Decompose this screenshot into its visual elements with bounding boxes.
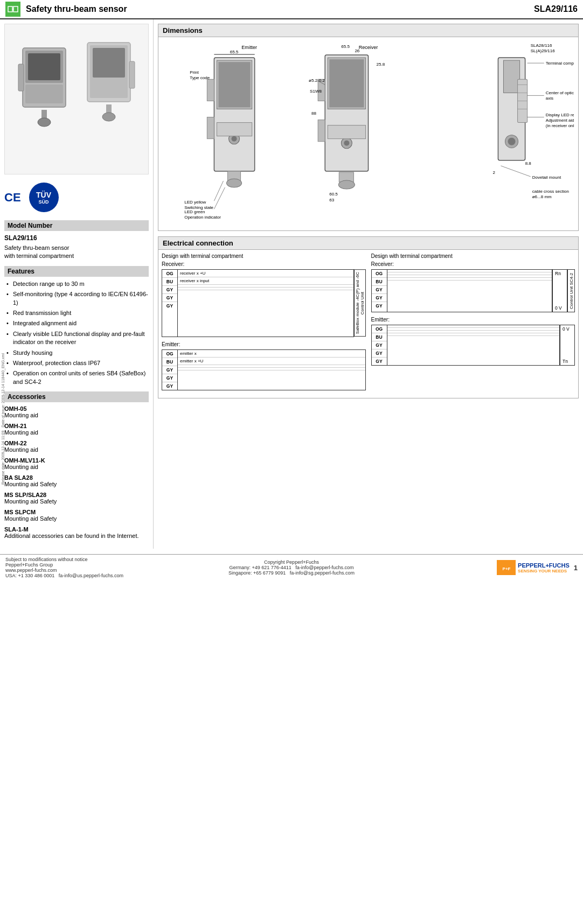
accessory-desc: Additional accessories can be found in t… <box>4 533 149 539</box>
singapore-info: Singapore: +65 6779 9091 fa-info@sg.pepp… <box>196 570 387 576</box>
svg-text:Switching state: Switching state <box>184 205 213 210</box>
brand-name: PEPPERL+FUCHS <box>518 562 570 569</box>
svg-rect-1 <box>13 6 18 12</box>
ctrl-label-right: Control Unit SC4-2 <box>567 269 575 312</box>
pin-gy1: GY <box>372 341 387 349</box>
emitter-signals-right <box>387 325 560 366</box>
emitter-pins: OG BU GY GY GY <box>162 349 178 390</box>
svg-point-33 <box>226 179 241 187</box>
right-panel: Dimensions Emitter Receiver SLA28/116 SL… <box>154 19 583 549</box>
svg-rect-8 <box>25 85 63 103</box>
svg-point-47 <box>344 141 349 146</box>
svg-rect-31 <box>207 117 214 139</box>
accessory-omhmlv11k: OMH-MLV11-K Mounting aid <box>4 457 149 470</box>
svg-text:60.5: 60.5 <box>329 192 338 197</box>
dimensions-section: Dimensions Emitter Receiver SLA28/116 SL… <box>158 24 579 231</box>
feature-item: Detection range up to 30 m <box>6 280 149 288</box>
ce-mark: CE <box>4 191 21 205</box>
features-header: Features <box>4 266 149 277</box>
page-number: 1 <box>574 564 578 572</box>
svg-point-10 <box>38 118 51 127</box>
pin-bu: BU <box>162 278 177 286</box>
electrical-main: Design with terminal compartment Receive… <box>158 250 578 397</box>
right-title: Design with terminal compartment <box>371 253 575 259</box>
feature-item: Operation on control units of series SB4… <box>6 369 149 386</box>
emitter-label-right: Emitter: <box>371 317 575 323</box>
svg-text:Terminal compartment: Terminal compartment <box>546 61 574 66</box>
svg-text:cable cross section: cable cross section <box>532 189 569 194</box>
accessory-desc: Mounting aid <box>4 412 149 418</box>
svg-text:axis: axis <box>546 96 553 101</box>
subject-notice: Subject to modifications without notice <box>5 557 196 562</box>
emitter-pins-right: OG BU GY GY GY <box>371 325 387 366</box>
accessory-desc: Mounting aid Safety <box>4 515 149 522</box>
signal-row: emitter x +U <box>178 358 365 365</box>
accessory-msslpcm: MS SLPCM Mounting aid Safety <box>4 509 149 522</box>
svg-rect-50 <box>318 120 325 142</box>
svg-text:LED green: LED green <box>184 209 205 214</box>
pepperl-logo: P+F PEPPERL+FUCHS SENSING YOUR NEEDS <box>497 560 570 575</box>
elec-left: Design with terminal compartment Receive… <box>162 253 366 394</box>
svg-text:88: 88 <box>311 111 316 116</box>
receiver-label-right: Receiver: <box>371 261 575 267</box>
rn-label: Rn <box>555 271 565 276</box>
accessory-name: OMH-MLV11-K <box>4 457 149 464</box>
rn-block-right: Rn 0 V <box>552 269 567 312</box>
page-header: Safety thru-beam sensor SLA29/116 <box>0 0 583 19</box>
germany-info: Germany: +49 621 776-4411 fa-info@pepper… <box>196 565 387 570</box>
model-section-header: Model Number <box>4 220 149 231</box>
svg-rect-13 <box>93 48 125 78</box>
accessory-omh05: OMH-05 Mounting aid <box>4 405 149 418</box>
product-image <box>4 24 149 174</box>
pin-bu: BU <box>162 358 177 366</box>
svg-text:Dovetail mount: Dovetail mount <box>532 175 561 180</box>
emitter-label: Emitter <box>241 45 257 50</box>
signal-row: receiver x input <box>178 277 353 285</box>
pin-gy3: GY <box>162 382 177 390</box>
svg-rect-5 <box>28 53 60 80</box>
signal-row <box>387 281 552 283</box>
svg-point-70 <box>508 138 516 145</box>
usa-info: USA: +1 330 486 0001 fa-info@us.pepperl-… <box>5 573 196 578</box>
svg-text:Center of optical: Center of optical <box>546 90 574 95</box>
emitter-block-left: Emitter: OG BU GY GY GY emitter x <box>162 341 366 390</box>
accessories-header: Accessories <box>4 391 149 402</box>
page-title: Safety thru-beam sensor <box>26 4 534 14</box>
receiver-block-left: Receiver: OG BU GY GY GY receiver x +U <box>162 261 366 337</box>
model-ref-label: SLA28/116 <box>531 43 552 48</box>
accessory-name: OMH-21 <box>4 423 149 429</box>
signal-row <box>387 336 560 338</box>
signal-row <box>178 290 353 292</box>
pin-og: OG <box>372 325 387 333</box>
elec-right: Design with terminal compartment Receive… <box>371 253 575 394</box>
accessory-name: OMH-22 <box>4 440 149 446</box>
svg-text:Adjustment aid: Adjustment aid <box>546 118 574 123</box>
features-section: Features Detection range up to 30 m Self… <box>4 266 149 386</box>
svg-rect-16 <box>90 79 128 98</box>
svg-point-52 <box>338 180 355 189</box>
accessory-name: MS SLPCM <box>4 509 149 515</box>
tuv-sud-badge: TÜV SÜD <box>29 183 59 212</box>
signal-row: receiver x +U <box>178 270 353 277</box>
receiver-pins-right: OG BU GY GY GY <box>371 269 387 312</box>
emitter-label: Emitter: <box>162 341 366 347</box>
svg-point-28 <box>232 136 237 142</box>
svg-line-37 <box>214 187 225 209</box>
emitter-block-right: Emitter: OG BU GY GY GY <box>371 317 575 366</box>
accessory-msslpsla28: MS SLP/SLA28 Mounting aid Safety <box>4 492 149 505</box>
accessories-section: Accessories OMH-05 Mounting aid OMH-21 M… <box>4 391 149 539</box>
zero-v-label: 0 V <box>555 305 565 311</box>
pin-gy3: GY <box>372 302 387 310</box>
brand-slogan: SENSING YOUR NEEDS <box>518 569 570 573</box>
brand-info: PEPPERL+FUCHS SENSING YOUR NEEDS <box>518 562 570 573</box>
svg-text:2: 2 <box>492 170 495 175</box>
accessory-name: BA SLA28 <box>4 474 149 481</box>
svg-text:8.8: 8.8 <box>525 161 532 166</box>
dimensions-diagram: Emitter Receiver SLA28/116 SL(A)29/116 P… <box>158 37 578 230</box>
receiver-wiring-left: OG BU GY GY GY receiver x +U receiver x … <box>162 269 366 337</box>
svg-text:Operation indicator: Operation indicator <box>184 215 221 220</box>
svg-text:65.5: 65.5 <box>341 44 350 49</box>
pin-gy2: GY <box>162 294 177 302</box>
accessory-name: OMH-05 <box>4 405 149 412</box>
electrical-header: Electrical connection <box>158 237 578 250</box>
